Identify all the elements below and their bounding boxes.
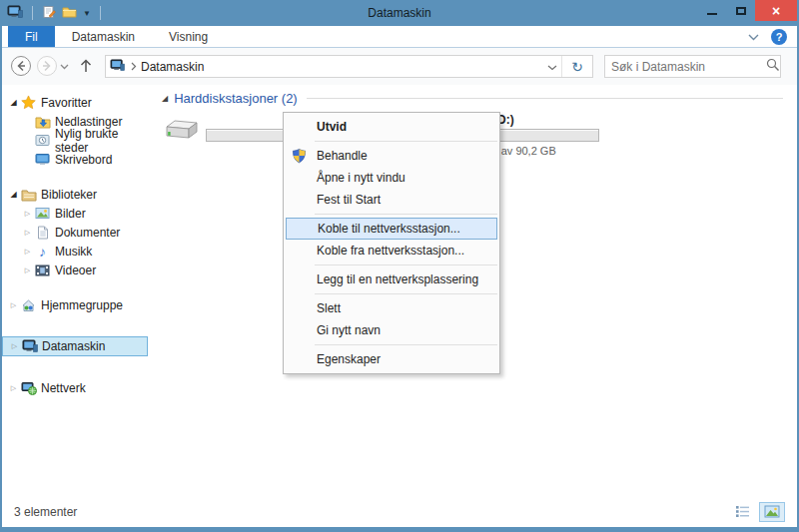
menu-item-egenskaper[interactable]: Egenskaper: [284, 348, 499, 370]
divider: [32, 6, 33, 20]
sidebar-item-nettverk[interactable]: ▷ Nettverk: [2, 378, 148, 397]
address-dropdown-chevron-icon[interactable]: [547, 60, 557, 74]
menu-item-legg-til-nettverksplassering[interactable]: Legg til en nettverksplassering: [284, 268, 499, 290]
menu-separator: [315, 265, 497, 266]
menu-item-behandle[interactable]: Behandle: [284, 145, 499, 167]
back-button[interactable]: [10, 55, 32, 77]
help-button[interactable]: ?: [771, 29, 787, 45]
sidebar-item-nylig-brukte-steder[interactable]: Nylig brukte steder: [2, 131, 148, 150]
sidebar-item-label: Bilder: [55, 207, 86, 221]
tab-file[interactable]: Fil: [8, 26, 55, 47]
drive-group-header[interactable]: ◢ Harddiskstasjoner (2): [162, 91, 783, 106]
collapse-icon[interactable]: ◢: [7, 190, 20, 199]
sidebar-item-label: Datamaskin: [42, 339, 105, 353]
search-input[interactable]: [611, 60, 766, 74]
sidebar-item-label: Biblioteker: [41, 188, 97, 202]
minimize-icon: [707, 13, 717, 15]
minimize-button[interactable]: [697, 0, 726, 21]
expand-ribbon-chevron-icon[interactable]: [748, 30, 759, 44]
expand-icon[interactable]: ▷: [7, 384, 20, 392]
pictures-icon: [34, 206, 51, 222]
divider: [307, 98, 783, 99]
music-note-icon: ♪: [34, 244, 51, 260]
sidebar-item-bilder[interactable]: ▷ Bilder: [2, 204, 148, 223]
hard-disk-icon: [162, 113, 206, 147]
sidebar-item-musikk[interactable]: ▷ ♪ Musikk: [2, 242, 148, 261]
menu-item-label: Behandle: [317, 149, 368, 163]
downloads-folder-icon: [34, 114, 51, 130]
address-bar[interactable]: Datamaskin ↻: [105, 55, 593, 78]
qat-new-folder-button[interactable]: [62, 5, 77, 21]
expand-icon[interactable]: ▷: [21, 229, 34, 237]
star-icon: [20, 95, 37, 111]
menu-item-koble-fra-nettverksstasjon[interactable]: Koble fra nettverksstasjon...: [284, 240, 499, 262]
recent-locations-dropdown-icon[interactable]: [60, 55, 74, 77]
menu-separator: [315, 293, 497, 294]
maximize-icon: [736, 7, 746, 15]
sidebar-item-favoritter[interactable]: ◢ Favoritter: [2, 93, 148, 112]
tab-view[interactable]: Visning: [152, 26, 225, 47]
menu-item-apne-i-nytt-vindu[interactable]: Åpne i nytt vindu: [284, 167, 499, 189]
expand-icon[interactable]: ▷: [21, 210, 34, 218]
expand-icon[interactable]: ▷: [7, 301, 20, 309]
menu-separator: [315, 344, 497, 345]
expand-icon[interactable]: ▷: [8, 342, 21, 350]
menu-item-fest-til-start[interactable]: Fest til Start: [284, 189, 499, 211]
large-icons-view-button[interactable]: [759, 502, 785, 522]
search-icon[interactable]: [766, 58, 780, 75]
navigation-toolbar: Datamaskin ↻: [2, 48, 797, 85]
close-icon: ×: [772, 3, 780, 19]
file-list-pane: ◢ Harddiskstasjoner (2): [148, 85, 797, 496]
expand-icon[interactable]: ▷: [21, 248, 34, 256]
close-button[interactable]: ×: [755, 0, 797, 21]
sidebar-item-label: Musikk: [55, 245, 92, 259]
up-button[interactable]: [78, 55, 100, 77]
collapse-icon[interactable]: ◢: [162, 94, 168, 103]
sidebar-item-dokumenter[interactable]: ▷ Dokumenter: [2, 223, 148, 242]
menu-item-utvid[interactable]: Utvid: [284, 116, 499, 138]
sidebar-item-biblioteker[interactable]: ◢ Biblioteker: [2, 185, 148, 204]
sidebar-item-label: Videoer: [55, 264, 96, 277]
recent-places-icon: [34, 133, 51, 149]
context-menu: Utvid Behandle Åpne i nytt vindu Fest ti…: [283, 112, 500, 374]
menu-item-koble-til-nettverksstasjon[interactable]: Koble til nettverksstasjon...: [286, 218, 497, 240]
homegroup-icon: [20, 297, 37, 313]
menu-item-gi-nytt-navn[interactable]: Gi nytt navn: [284, 319, 499, 341]
sidebar-item-label: Dokumenter: [55, 226, 120, 240]
menu-separator: [315, 141, 497, 142]
ribbon-tab-bar: Fil Datamaskin Visning ?: [2, 26, 797, 48]
documents-icon: [34, 225, 51, 241]
divider: [100, 6, 101, 20]
explorer-window: ▼ Datamaskin × Fil Datamaskin Visning ?: [0, 0, 799, 532]
maximize-button[interactable]: [726, 0, 755, 21]
sidebar-item-label: Hjemmegruppe: [41, 298, 123, 312]
collapse-icon[interactable]: ◢: [7, 98, 20, 107]
sidebar-item-videoer[interactable]: ▷ Videoer: [2, 261, 148, 279]
item-count: 3 elementer: [14, 505, 77, 519]
menu-item-slett[interactable]: Slett: [284, 297, 499, 319]
group-header-label: Harddiskstasjoner (2): [174, 91, 298, 106]
status-bar: 3 elementer: [2, 496, 797, 527]
sidebar-item-hjemmegruppe[interactable]: ▷ Hjemmegruppe: [2, 295, 148, 314]
sidebar-item-label: Favoritter: [41, 96, 92, 110]
computer-icon: [21, 338, 38, 354]
qat-properties-button[interactable]: [42, 5, 56, 22]
window-title: Datamaskin: [0, 6, 799, 20]
breadcrumb-segment[interactable]: Datamaskin: [141, 60, 204, 74]
search-box[interactable]: [604, 55, 781, 78]
tab-computer[interactable]: Datamaskin: [55, 26, 152, 47]
forward-button[interactable]: [36, 55, 58, 77]
qat-customize-dropdown-icon[interactable]: ▼: [83, 9, 91, 18]
videos-icon: [34, 263, 51, 278]
expand-icon[interactable]: ▷: [21, 266, 34, 274]
libraries-icon: [20, 187, 37, 203]
breadcrumb-chevron-icon[interactable]: [131, 60, 137, 74]
sidebar-item-label: Skrivebord: [55, 153, 112, 167]
refresh-icon[interactable]: ↻: [566, 60, 588, 74]
titlebar: ▼ Datamaskin ×: [0, 0, 799, 26]
sidebar-item-datamaskin[interactable]: ▷ Datamaskin: [2, 336, 148, 356]
address-computer-icon: [110, 59, 125, 75]
desktop-icon: [34, 152, 51, 168]
sidebar-item-label: Nettverk: [41, 381, 86, 395]
details-view-button[interactable]: [729, 502, 755, 522]
